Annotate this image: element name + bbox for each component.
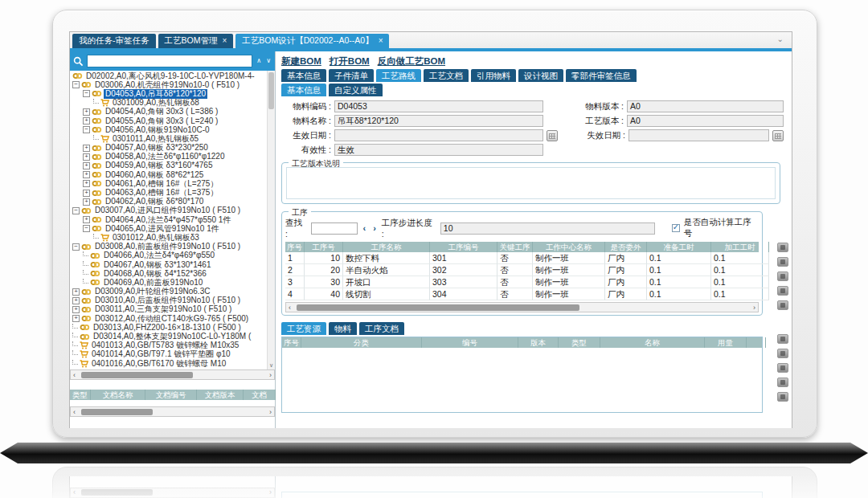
table-row[interactable]: 110数控下料301否制作一班厂内0.10.1 xyxy=(285,252,759,264)
tree-node[interactable]: +D04059,A0,钢板 δ3*160*4765 xyxy=(70,161,267,170)
next-step-button[interactable]: › xyxy=(371,223,378,233)
scroll-left-icon[interactable]: ‹ xyxy=(73,408,76,416)
tree-node[interactable]: +D03009,A0,叶轮组件919No6.3C xyxy=(70,288,267,296)
column-header[interactable]: 文档 xyxy=(244,390,276,400)
table-row[interactable]: 220半自动火焰302否制作一班厂内0.10.1 xyxy=(285,264,759,276)
calendar-icon[interactable] xyxy=(547,130,558,141)
scrollbar-thumb[interactable] xyxy=(268,72,274,109)
tree-node[interactable]: D04068,A0,钢板 δ4*152*366 xyxy=(70,269,267,278)
tree-node[interactable]: D03013,A0,FHZ200-16×18-1310 ( F500 ) xyxy=(70,323,267,332)
column-header[interactable]: 编号 xyxy=(422,337,518,348)
column-header[interactable]: 类型 xyxy=(70,390,91,400)
expand-icon[interactable]: + xyxy=(83,198,90,206)
find-input[interactable] xyxy=(311,222,358,235)
resource-tab[interactable]: 工序文档 xyxy=(359,322,404,335)
tree-node[interactable]: +D04055,A0,角钢 30x3 ( L=240 ) xyxy=(70,116,267,125)
column-header[interactable]: 工序号 xyxy=(305,242,343,252)
tree-horizontal-scrollbar[interactable]: ‹ › xyxy=(70,369,275,380)
tree-node[interactable]: 0401013,A0,GB/T5783 镀锌螺栓 M10x35 xyxy=(70,341,267,350)
material-version-field[interactable]: A0 xyxy=(627,100,784,112)
detail-tab[interactable]: 工艺文档 xyxy=(424,69,469,82)
column-header[interactable]: 名称 xyxy=(600,337,705,348)
window-tab[interactable]: 工艺BOM设计【D02002--A0--A0】× xyxy=(235,34,389,48)
detail-tab[interactable]: 引用物料 xyxy=(471,69,516,82)
version-note-textarea[interactable] xyxy=(286,167,776,199)
material-name-field[interactable]: 吊耳δ8*120*120 xyxy=(334,115,543,127)
column-header[interactable]: 加工工时 xyxy=(711,242,769,252)
tree-node[interactable]: +D04062,A0,钢板 δ6*80*170 xyxy=(70,198,267,206)
auto-calc-checkbox[interactable] xyxy=(672,224,680,232)
scroll-left-icon[interactable]: ‹ xyxy=(73,489,76,497)
bom-link[interactable]: 新建BOM xyxy=(281,55,321,67)
tree-node[interactable]: +D04061,A0,槽钢 16#（L=275） xyxy=(70,179,267,188)
expand-icon[interactable]: + xyxy=(72,288,80,296)
column-header[interactable]: 关键工序 xyxy=(497,242,533,252)
document-table-scrollbar[interactable]: ‹ › xyxy=(70,488,275,498)
tree-node[interactable]: −D03006,A0,机壳组件919No10-0 ( F510 ) xyxy=(70,80,267,89)
prev-step-button[interactable]: ‹ xyxy=(362,223,368,233)
collapse-icon[interactable]: − xyxy=(83,90,90,97)
search-next-icon[interactable]: ∨ xyxy=(265,58,272,64)
tree-node[interactable]: −D04053,A0,吊耳δ8*120*120 xyxy=(70,89,267,98)
column-header[interactable]: 准备工时 xyxy=(647,242,711,252)
scroll-right-icon[interactable]: › xyxy=(269,408,272,416)
column-header[interactable]: 分类 xyxy=(301,337,422,348)
row-action-button[interactable] xyxy=(777,378,788,387)
bom-link[interactable]: 反向做工艺BOM xyxy=(378,55,445,67)
scrollbar-thumb[interactable] xyxy=(81,489,153,496)
tree-node[interactable]: −D04065,A0,进风管919No10 1件 xyxy=(70,224,267,233)
scroll-right-icon[interactable]: › xyxy=(269,371,272,379)
tree-node[interactable]: D02002,A0,离心风机9-19-10C-L0-YVP180M-4- xyxy=(70,71,267,80)
scroll-left-icon[interactable]: ‹ xyxy=(289,304,291,312)
table-row[interactable]: 330开坡口303否制作一班厂内0.10.1 xyxy=(285,276,759,288)
row-action-button[interactable] xyxy=(777,349,788,358)
column-header[interactable]: 版本 xyxy=(518,337,559,348)
window-tab[interactable]: 工艺BOM管理× xyxy=(158,34,234,48)
column-header[interactable]: 文档版本 xyxy=(197,390,244,400)
tree-node[interactable]: +D04060,A0,钢板 δ8*62*125 xyxy=(70,170,267,179)
tree-node[interactable]: 0301011,A0,热轧钢板δ5 xyxy=(70,134,267,143)
resource-tab[interactable]: 物料 xyxy=(329,322,357,335)
expand-icon[interactable]: + xyxy=(83,153,90,161)
tree-node[interactable]: D04067,A0,钢板 δ3*130*1461 xyxy=(70,260,267,269)
table-row[interactable]: 440线切割304否制作一班厂内0.10.1 xyxy=(285,288,759,300)
row-action-button[interactable] xyxy=(777,243,788,252)
tree-vertical-scrollbar[interactable]: ∨ xyxy=(267,71,275,369)
step-length-field[interactable]: 10 xyxy=(440,222,655,235)
column-header[interactable] xyxy=(747,337,766,348)
tree-node[interactable]: +D04064,A0,法兰δ4*φ457*φ550 1件 xyxy=(70,215,267,224)
tree-node[interactable]: D04069,A0,前盖板919No10 xyxy=(70,278,267,287)
column-header[interactable]: 工序名称 xyxy=(343,242,430,252)
detail-tab[interactable]: 子件清单 xyxy=(329,69,374,82)
column-header[interactable]: 工序编号 xyxy=(430,242,497,252)
collapse-icon[interactable]: − xyxy=(83,225,90,232)
bom-link[interactable]: 打开BOM xyxy=(330,55,370,67)
scroll-left-icon[interactable]: ‹ xyxy=(73,371,76,379)
tree-node[interactable]: +D03012,A0,传动组CT140水G9-765 ( F500) xyxy=(70,314,267,323)
tree-node[interactable]: −D03007,A0,进风口组件919No10 ( F510 ) xyxy=(70,206,267,215)
expand-icon[interactable]: + xyxy=(72,315,80,322)
column-header[interactable]: 用量 xyxy=(705,337,747,348)
column-header[interactable]: 是否委外 xyxy=(605,242,647,252)
collapse-icon[interactable]: − xyxy=(83,126,90,133)
row-action-button[interactable] xyxy=(777,286,788,296)
tab-close-icon[interactable]: × xyxy=(379,37,383,45)
tree-node[interactable]: +D04054,A0,角钢 30x3 ( L=386 ) xyxy=(70,108,267,116)
process-version-field[interactable]: A0 xyxy=(627,115,784,127)
scroll-right-icon[interactable]: › xyxy=(753,304,755,312)
expand-icon[interactable]: + xyxy=(83,190,90,197)
scroll-down-icon[interactable]: ∨ xyxy=(268,362,275,369)
tree-node[interactable]: 0401014,A0,GB/T97.1 镀锌平垫圈 φ10 xyxy=(70,350,267,359)
effective-date-field[interactable] xyxy=(334,129,543,141)
row-action-button[interactable] xyxy=(777,271,788,281)
resource-tab[interactable]: 工艺资源 xyxy=(281,322,326,335)
expand-icon[interactable]: + xyxy=(72,297,80,304)
expand-icon[interactable]: + xyxy=(83,145,90,152)
tree-node[interactable]: +D04057,A0,钢板 δ3*230*250 xyxy=(70,144,267,153)
row-action-button[interactable] xyxy=(777,363,788,373)
scrollbar-thumb[interactable] xyxy=(81,372,193,378)
column-header[interactable]: 文档编号 xyxy=(145,390,197,400)
scrollbar-thumb[interactable] xyxy=(81,409,153,415)
collapse-icon[interactable]: − xyxy=(72,243,80,251)
row-action-button[interactable] xyxy=(777,300,788,310)
